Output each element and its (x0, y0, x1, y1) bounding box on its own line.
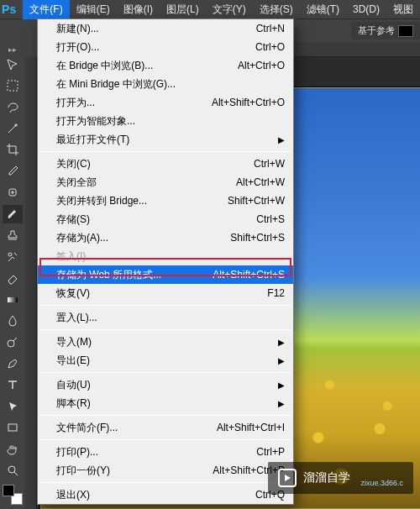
tool-pen[interactable] (3, 354, 23, 372)
menu-separator (39, 372, 291, 373)
menu-3d[interactable]: 3D(D) (346, 1, 386, 18)
submenu-arrow-icon: ▶ (278, 399, 285, 408)
menu-item-label: 最近打开文件(T) (56, 133, 129, 147)
menu-item[interactable]: 文件简介(F)...Alt+Shift+Ctrl+I (38, 418, 293, 437)
menu-separator (39, 482, 291, 483)
menu-item[interactable]: 打开为...Alt+Shift+Ctrl+O (38, 93, 293, 112)
menu-item-label: 新建(N)... (56, 22, 99, 36)
menu-separator (39, 151, 291, 152)
menu-item[interactable]: 置入(L)... (38, 308, 293, 327)
menu-item-label: 存储(S) (56, 213, 90, 227)
menu-item[interactable]: 自动(U)▶ (38, 375, 293, 394)
menu-edit[interactable]: 编辑(E) (70, 0, 117, 19)
tool-move[interactable] (3, 55, 23, 73)
menu-item-label: 自动(U) (56, 378, 91, 392)
menu-item[interactable]: 存储为(A)...Shift+Ctrl+S (38, 228, 293, 247)
menu-item[interactable]: 关闭(C)Ctrl+W (38, 155, 293, 173)
options-right[interactable]: 基于参考 (351, 22, 420, 39)
tool-rectangle[interactable] (3, 418, 23, 436)
menu-view[interactable]: 视图 (386, 0, 420, 19)
menu-item-shortcut: Shift+Ctrl+S (230, 232, 285, 244)
submenu-arrow-icon: ▶ (278, 338, 285, 347)
menu-separator (39, 329, 291, 330)
menu-item: 签入(I)... (38, 247, 293, 265)
svg-point-4 (8, 340, 14, 347)
svg-rect-3 (8, 297, 18, 302)
svg-point-6 (8, 466, 15, 473)
tool-eraser[interactable] (3, 269, 23, 286)
menu-layer[interactable]: 图层(L) (160, 0, 206, 19)
menu-separator (39, 439, 291, 440)
tool-path-select[interactable] (3, 397, 23, 415)
menu-item-label: 签入(I)... (56, 249, 94, 264)
menu-item-label: 导入(M) (56, 335, 92, 349)
menu-item-shortcut: Alt+Shift+Ctrl+O (212, 97, 285, 108)
menu-item-label: 退出(X) (56, 488, 90, 502)
tool-gradient[interactable] (3, 291, 23, 308)
menu-separator (39, 415, 291, 416)
menu-item[interactable]: 导入(M)▶ (38, 333, 293, 351)
menu-item[interactable]: 最近打开文件(T)▶ (38, 130, 293, 149)
tool-hand[interactable] (3, 440, 23, 458)
menu-type[interactable]: 文字(Y) (206, 0, 253, 19)
menu-item-label: 脚本(R) (56, 396, 91, 411)
menu-item[interactable]: 存储为 Web 所用格式...Alt+Shift+Ctrl+S (38, 265, 293, 284)
svg-rect-0 (8, 81, 18, 91)
tool-healing[interactable] (3, 184, 23, 202)
tool-lasso[interactable] (3, 98, 23, 116)
submenu-arrow-icon: ▶ (278, 356, 285, 365)
menu-item[interactable]: 恢复(V)F12 (38, 284, 293, 302)
tool-stamp[interactable] (3, 227, 23, 244)
tool-dodge[interactable] (3, 333, 23, 351)
tools-panel: ▸▸ (0, 42, 25, 509)
menu-item-shortcut: Ctrl+W (254, 158, 285, 170)
menu-item[interactable]: 打印一份(Y)Alt+Shift+Ctrl+P (38, 461, 293, 480)
menu-item[interactable]: 存储(S)Ctrl+S (38, 210, 293, 228)
menu-item-label: 置入(L)... (56, 311, 97, 325)
menu-item[interactable]: 退出(X)Ctrl+Q (38, 485, 293, 504)
tool-history-brush[interactable] (3, 248, 23, 265)
foreground-color-swatch[interactable] (3, 485, 14, 496)
tool-crop[interactable] (3, 141, 23, 159)
menu-item-label: 打印(P)... (56, 445, 98, 459)
menu-file[interactable]: 文件(F) (23, 0, 69, 19)
menu-image[interactable]: 图像(I) (117, 0, 160, 19)
menu-item[interactable]: 在 Mini Bridge 中浏览(G)... (38, 75, 293, 93)
menu-item-shortcut: Ctrl+S (256, 213, 285, 225)
menu-item[interactable]: 在 Bridge 中浏览(B)...Alt+Ctrl+O (38, 56, 293, 75)
tool-colors[interactable] (3, 483, 23, 507)
menu-item[interactable]: 导出(E)▶ (38, 351, 293, 370)
tool-eyedropper[interactable] (3, 162, 23, 180)
tool-marquee[interactable] (3, 76, 23, 94)
menu-item[interactable]: 关闭并转到 Bridge...Shift+Ctrl+W (38, 192, 293, 210)
panel-collapse-icon[interactable]: ▸▸ (0, 45, 25, 54)
menu-item-label: 在 Bridge 中浏览(B)... (56, 59, 153, 73)
tool-brush[interactable] (3, 205, 23, 223)
menu-filter[interactable]: 滤镜(T) (300, 0, 346, 19)
menu-item[interactable]: 关闭全部Alt+Ctrl+W (38, 173, 293, 192)
menu-item[interactable]: 打开为智能对象... (38, 112, 293, 130)
menu-item-label: 存储为(A)... (56, 231, 108, 245)
menu-separator (39, 305, 291, 306)
menu-item[interactable]: 新建(N)...Ctrl+N (38, 19, 293, 38)
menu-select[interactable]: 选择(S) (253, 0, 300, 19)
watermark-text: 溜溜自学 (303, 470, 350, 485)
menu-item[interactable]: 打开(O)...Ctrl+O (38, 38, 293, 56)
menu-item-label: 文件简介(F)... (56, 421, 118, 435)
menu-item-label: 打印一份(Y) (56, 464, 110, 478)
menu-item-label: 打开为... (56, 96, 95, 110)
menu-item-label: 存储为 Web 所用格式... (56, 268, 161, 282)
play-icon (278, 469, 297, 487)
menu-item[interactable]: 打印(P)...Ctrl+P (38, 443, 293, 461)
tool-wand[interactable] (3, 119, 23, 137)
tool-zoom[interactable] (3, 461, 23, 479)
options-swatch[interactable] (398, 25, 413, 37)
menu-item-shortcut: Alt+Ctrl+W (236, 176, 285, 188)
menu-item-shortcut: Alt+Shift+Ctrl+S (213, 269, 285, 281)
ruler-vertical[interactable] (25, 57, 37, 509)
tool-blur[interactable] (3, 312, 23, 329)
menu-item-label: 打开(O)... (56, 40, 99, 55)
tool-type[interactable] (3, 376, 23, 394)
file-menu-dropdown: 新建(N)...Ctrl+N打开(O)...Ctrl+O在 Bridge 中浏览… (37, 18, 294, 505)
menu-item[interactable]: 脚本(R)▶ (38, 394, 293, 412)
